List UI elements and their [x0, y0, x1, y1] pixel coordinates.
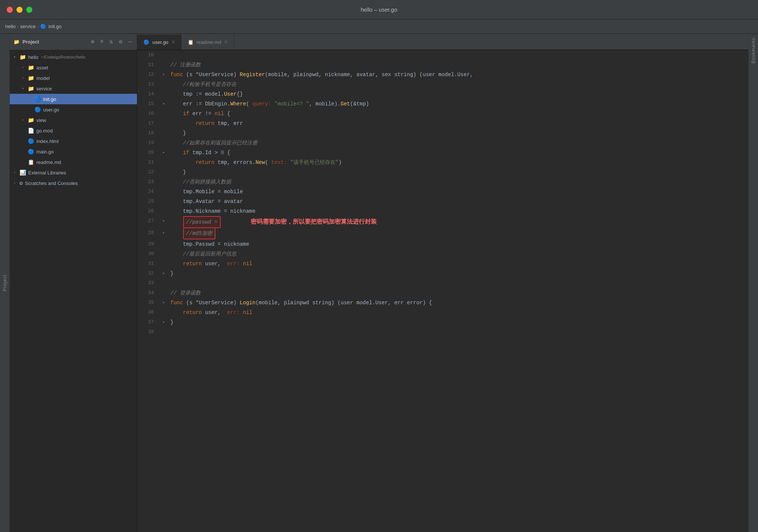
line-content-29: tmp.Passwd = nickname: [167, 239, 748, 249]
code-line-28: 28 ▾ //md5加密: [137, 228, 748, 239]
tree-label-model: model: [36, 75, 50, 81]
tree-sort-icon[interactable]: ⇅: [108, 38, 114, 46]
file-icon-indexhtml: 🔵: [28, 138, 34, 144]
file-tree: 📁 Project ⊕ ≡ ⇅ ⚙ — ▾ 📁 hello ~/Code/goR…: [10, 34, 137, 532]
lib-icon-external: 📊: [20, 170, 26, 176]
tree-item-asset[interactable]: › 📁 asset: [10, 62, 137, 73]
line-content-14: tmp := model.User{}: [167, 89, 748, 99]
tree-item-indexhtml[interactable]: 🔵 index.html: [10, 136, 137, 146]
tree-collapse-all-icon[interactable]: ≡: [99, 38, 105, 46]
line-num-18: 18: [137, 128, 160, 138]
tree-label-maingo: main.go: [36, 149, 54, 155]
editor-area: 🔵 user.go ✕ 📋 readme.md ✕ 10 11 /: [137, 34, 748, 532]
folder-icon-model: 📁: [28, 75, 34, 81]
line-gutter-12: ▾: [160, 70, 167, 80]
breadcrumb-initgo[interactable]: init.go: [48, 24, 62, 29]
breadcrumb-service[interactable]: service: [20, 24, 36, 29]
arrow-icon-extlibs: ›: [14, 171, 18, 175]
tree-item-model[interactable]: › 📁 model: [10, 73, 137, 83]
titlebar: hello – user.go: [0, 0, 758, 20]
tree-item-maingo[interactable]: 🔵 main.go: [10, 146, 137, 157]
line-num-37: 37: [137, 317, 160, 327]
tree-label-usergo: user.go: [43, 107, 59, 113]
tab-close-usergo[interactable]: ✕: [171, 39, 175, 45]
tab-close-readmemd[interactable]: ✕: [224, 39, 228, 45]
arrow-icon-service: ▾: [22, 86, 26, 91]
line-content-23: //否则拼接插入数据: [167, 177, 748, 187]
folder-icon-toolbar: 📁: [14, 39, 20, 45]
code-editor[interactable]: 10 11 // 注册函数 12 ▾ func (s *UserService)…: [137, 50, 748, 532]
breadcrumb-hello[interactable]: hello: [5, 24, 15, 29]
arrow-icon-indexhtml: [22, 139, 26, 143]
file-icon-readmemd: 📋: [28, 159, 34, 165]
line-gutter-20: ▾: [160, 148, 167, 158]
folder-icon-service: 📁: [28, 86, 34, 92]
code-line-25: 25 tmp.Avatar = avatar: [137, 197, 748, 206]
window-title: hello – user.go: [361, 6, 397, 13]
line-num-24: 24: [137, 187, 160, 197]
tree-item-service[interactable]: ▾ 📁 service: [10, 83, 137, 94]
line-num-29: 29: [137, 239, 160, 249]
tree-expand-icon[interactable]: ⊕: [89, 38, 96, 46]
window-controls[interactable]: [7, 7, 32, 13]
file-tree-content: ▾ 📁 hello ~/Code/goRoot/src/hello › 📁 as…: [10, 50, 137, 532]
code-line-16: 16 if err != nil {: [137, 109, 748, 119]
tree-item-gomod[interactable]: 📄 go.mod: [10, 125, 137, 136]
line-num-11: 11: [137, 60, 160, 70]
line-content-37: }: [167, 317, 748, 327]
tree-item-scratches[interactable]: › ⚙ Scratches and Consoles: [10, 178, 137, 188]
tab-readmemd[interactable]: 📋 readme.md ✕: [182, 35, 235, 50]
tree-item-view[interactable]: › 📁 view: [10, 115, 137, 125]
line-content-25: tmp.Avatar = avatar: [167, 197, 748, 206]
line-num-26: 26: [137, 206, 160, 216]
code-line-36: 36 return user, err: nil: [137, 308, 748, 317]
code-line-23: 23 //否则拼接插入数据: [137, 177, 748, 187]
maximize-button[interactable]: [26, 7, 32, 13]
line-content-36: return user, err: nil: [167, 308, 748, 317]
tree-item-usergo[interactable]: 🔵 user.go: [10, 104, 137, 115]
file-icon-usergo: 🔵: [35, 107, 41, 113]
tab-bar: 🔵 user.go ✕ 📋 readme.md ✕: [137, 34, 748, 50]
line-num-15: 15: [137, 99, 160, 109]
line-content-27: //passwd =密码需要加密，所以要把密码加密算法进行封装: [167, 216, 748, 228]
line-gutter-35: ▾: [160, 298, 167, 308]
tree-item-external-libs[interactable]: › 📊 External Libraries: [10, 167, 137, 178]
line-gutter-32: ▾: [160, 269, 167, 278]
folder-icon-asset: 📁: [28, 65, 34, 71]
tree-item-readmemd[interactable]: 📋 readme.md: [10, 157, 137, 167]
tree-path-hello: ~/Code/goRoot/src/hello: [40, 55, 85, 59]
line-content-28: //md5加密: [167, 228, 748, 239]
arrow-icon-initgo: [29, 97, 33, 101]
sidebar-label-text: Project: [2, 275, 8, 291]
arrow-icon-gomod: [22, 129, 26, 133]
line-num-35: 35: [137, 298, 160, 308]
tree-close-icon[interactable]: —: [127, 38, 133, 46]
code-line-14: 14 tmp := model.User{}: [137, 89, 748, 99]
minimize-button[interactable]: [17, 7, 23, 13]
line-gutter-27: ▾: [160, 216, 167, 226]
code-line-38: 38: [137, 327, 748, 337]
code-line-21: 21 return tmp, errors.New( text: "该手机号已经…: [137, 158, 748, 167]
code-line-27: 27 ▾ //passwd =密码需要加密，所以要把密码加密算法进行封装: [137, 216, 748, 228]
tab-icon-readmemd: 📋: [188, 39, 194, 45]
line-content-17: return tmp, err: [167, 119, 748, 128]
tree-settings-icon[interactable]: ⚙: [117, 38, 124, 46]
file-icon-initgo: 🔵: [35, 96, 41, 102]
code-line-26: 26 tmp.Nickname = nickname: [137, 206, 748, 216]
code-line-10: 10: [137, 50, 748, 60]
tree-item-hello[interactable]: ▾ 📁 hello ~/Code/goRoot/src/hello: [10, 52, 137, 62]
line-content-18: }: [167, 128, 748, 138]
tree-label-readmemd: readme.md: [36, 159, 61, 165]
folder-icon-view: 📁: [28, 117, 34, 123]
tab-usergo[interactable]: 🔵 user.go ✕: [137, 35, 182, 50]
code-line-12: 12 ▾ func (s *UserService) Register(mobi…: [137, 70, 748, 80]
tree-item-initgo[interactable]: 🔵 init.go: [10, 94, 137, 104]
line-content-20: if tmp.Id > 0 {: [167, 148, 748, 158]
scratch-icon: ⚙: [20, 180, 23, 186]
tree-label-service: service: [36, 86, 52, 92]
line-num-23: 23: [137, 177, 160, 187]
close-button[interactable]: [7, 7, 13, 13]
line-content-13: //检验手机号是否存在: [167, 80, 748, 89]
breadcrumb: hello › service › 🔵 init.go: [0, 20, 758, 34]
file-tree-title: Project: [23, 39, 86, 45]
